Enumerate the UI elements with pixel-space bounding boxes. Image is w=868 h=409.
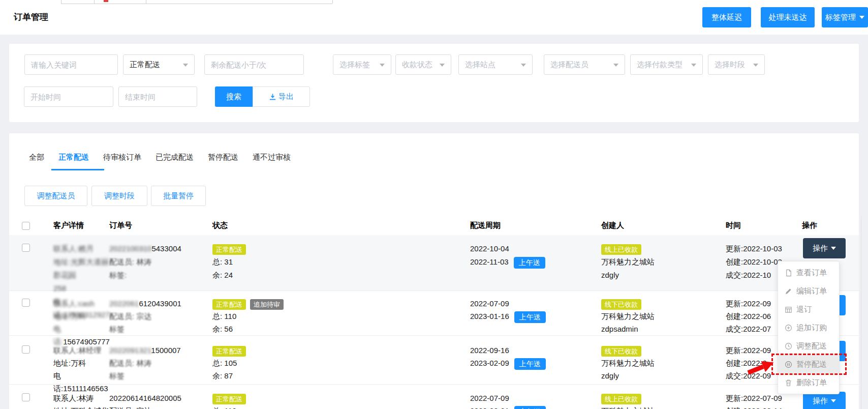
menu-item-unsubscribe[interactable]: 退订 — [778, 300, 839, 318]
payment-badge: 线下已收款 — [601, 346, 641, 357]
chevron-down-icon — [753, 64, 758, 67]
remaining-deliveries-input[interactable] — [204, 54, 304, 75]
orders-panel: 全部 正常配送 待审核订单 已完成配送 暂停配送 通不过审核 调整配送员 调整时… — [9, 133, 859, 409]
payment-badge: 线上已收款 — [601, 394, 641, 404]
menu-item-delete-order[interactable]: 删除订单 — [778, 373, 839, 392]
end-time-input[interactable] — [118, 86, 197, 107]
order-number: 20221003105433004 — [109, 242, 212, 255]
status-remain: 余: 56 — [212, 323, 470, 335]
creator-station: 万科魅力之城站 — [601, 310, 726, 323]
row-checkbox[interactable] — [22, 244, 30, 252]
status-remain: 余: 87 — [212, 369, 470, 382]
menu-item-add-order[interactable]: 追加订购 — [778, 318, 839, 337]
calendar-icon — [785, 306, 792, 313]
status-remain: 余: 24 — [212, 269, 470, 282]
creator-user: zdpsadmin — [601, 323, 726, 335]
export-label: 导出 — [278, 92, 294, 102]
adjust-courier-button[interactable]: 调整配送员 — [24, 186, 87, 206]
tab-all[interactable]: 全部 — [28, 153, 45, 162]
adjust-period-button[interactable]: 调整时段 — [91, 186, 147, 206]
start-time-input[interactable] — [24, 86, 113, 107]
customer-address: 地址:光辉大道丽郡花园 — [53, 255, 109, 282]
menu-item-edit-order[interactable]: 编辑订单 — [778, 282, 839, 300]
period-select-placeholder: 选择时段 — [715, 60, 745, 70]
status-badge: 正常配送 — [212, 346, 246, 357]
row-checkbox[interactable] — [22, 393, 30, 401]
status-tabs: 全部 正常配送 待审核订单 已完成配送 暂停配送 通不过审核 — [28, 153, 292, 162]
row-action-button[interactable]: 操作 — [803, 392, 846, 409]
table-row: 联系人:赖月 地址:光辉大道丽郡花园 258 电话:13530312927 20… — [9, 235, 859, 291]
table-row: 联系人:cash 地址:万科 电话:15674905777 2022061612… — [9, 291, 859, 336]
delivery-type-select[interactable]: 正常配送 — [123, 54, 195, 75]
status-badge: 正常配送 — [212, 299, 246, 310]
station-select-placeholder: 选择站点 — [465, 60, 495, 70]
order-courier: 配送员: 宗达 — [109, 404, 212, 409]
select-all-checkbox[interactable] — [22, 222, 30, 230]
table-row: 联系人:林涛 地址:万科金域华府 20220614164820005 配送员: … — [9, 385, 859, 409]
payment-status-select[interactable]: 收款状态 — [395, 54, 451, 75]
menu-item-view-order[interactable]: 查看订单 — [778, 264, 839, 282]
order-tag: 标签 — [109, 323, 212, 335]
tab-pending-review[interactable]: 待审核订单 — [102, 153, 142, 162]
cycle-end-line: 2023-01-16上午送 — [470, 310, 601, 323]
customer-phone: 电话:15111146563 — [53, 369, 109, 395]
slot-badge: 上午送 — [514, 311, 546, 323]
customer-contact: 联系人:cash — [53, 297, 109, 310]
overall-delay-label: 整体延迟 — [711, 13, 742, 22]
creator-station: 万科魅力之城站 — [601, 255, 726, 269]
filter-panel: 正常配送 选择标签 收款状态 选择站点 选择配送员 选择付款类型 选择时段 — [9, 44, 859, 122]
cycle-start: 2022-09-16 — [470, 344, 601, 357]
clock-icon — [785, 342, 792, 350]
station-select[interactable]: 选择站点 — [458, 54, 533, 75]
courier-select[interactable]: 选择配送员 — [544, 54, 625, 75]
delivery-type-value: 正常配送 — [130, 60, 160, 70]
trash-icon — [785, 379, 792, 387]
overall-delay-button[interactable]: 整体延迟 — [702, 7, 751, 27]
time-updated: 更新:2022-10-03 — [726, 242, 802, 255]
tab-rejected[interactable]: 通不过审核 — [252, 153, 292, 162]
table-body: 联系人:赖月 地址:光辉大道丽郡花园 258 电话:13530312927 20… — [9, 235, 859, 409]
row-checkbox[interactable] — [22, 345, 30, 354]
column-status: 状态 — [212, 221, 470, 230]
column-creator: 创建人 — [601, 221, 726, 230]
order-number: 20220616120439001 — [109, 297, 212, 310]
tag-select[interactable]: 选择标签 — [333, 54, 391, 75]
menu-item-adjust-delivery[interactable]: 调整配送 — [778, 337, 839, 355]
status-total: 总: 105 — [212, 357, 470, 369]
plus-circle-icon — [785, 324, 792, 332]
row-checkbox[interactable] — [22, 299, 30, 307]
page-title: 订单管理 — [14, 11, 48, 23]
order-number: 20220614164820005 — [109, 392, 212, 404]
customer-contact: 联系人:赖月 — [53, 242, 109, 255]
order-courier: 配送员: 林涛 — [109, 357, 212, 369]
tag-management-button[interactable]: 标签管理 — [822, 7, 868, 27]
cycle-end-line: 2023-02-09上午送 — [470, 357, 601, 370]
keyword-input[interactable] — [24, 54, 118, 75]
order-tag: 标签 — [109, 369, 212, 382]
customer-address: 地址:万科 — [53, 357, 109, 369]
status-total: 总: 110 — [212, 310, 470, 323]
status-total: 总: 31 — [212, 255, 470, 269]
bulk-pause-button[interactable]: 批量暂停 — [151, 186, 206, 206]
status-badge: 正常配送 — [212, 244, 246, 255]
handle-undelivered-label: 处理未送达 — [769, 13, 807, 22]
period-select[interactable]: 选择时段 — [708, 54, 765, 75]
tag-select-placeholder: 选择标签 — [339, 60, 370, 70]
search-button[interactable]: 搜索 — [215, 86, 253, 107]
customer-contact: 联系人:林涛 — [53, 392, 109, 404]
table-row: 联系人:林经理 地址:万科 电话:15111146563 20220913211… — [9, 336, 859, 385]
tab-normal-delivery[interactable]: 正常配送 — [57, 153, 90, 162]
row-action-button[interactable]: 操作 — [803, 238, 846, 258]
fixed-column-divider — [861, 216, 861, 409]
creator-user: zdgly — [601, 369, 726, 382]
customer-contact: 联系人:林经理 — [53, 344, 109, 357]
export-button[interactable]: 导出 — [253, 86, 310, 107]
handle-undelivered-button[interactable]: 处理未送达 — [761, 7, 815, 27]
column-customer: 客户详情 — [53, 221, 109, 230]
order-number: 20220913211500007 — [109, 344, 212, 357]
pay-type-select[interactable]: 选择付款类型 — [630, 54, 703, 75]
tab-paused[interactable]: 暂停配送 — [207, 153, 239, 162]
document-icon — [785, 269, 792, 277]
tab-completed[interactable]: 已完成配送 — [154, 153, 195, 162]
chevron-down-icon — [831, 399, 836, 402]
